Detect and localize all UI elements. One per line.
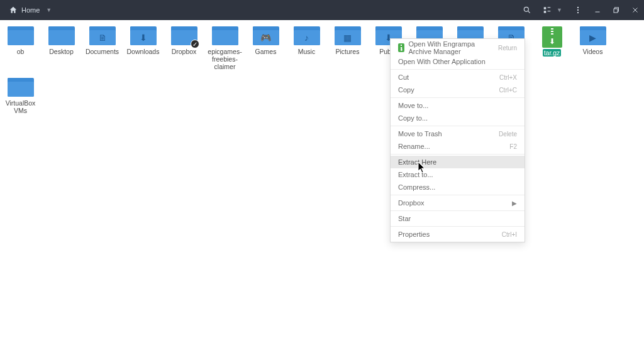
menu-label: Compress... bbox=[398, 183, 435, 191]
svg-rect-3 bbox=[548, 7, 551, 8]
svg-rect-5 bbox=[548, 11, 551, 11]
home-icon bbox=[9, 6, 18, 14]
item-label: Desktop bbox=[49, 48, 74, 55]
item-label: ob bbox=[17, 48, 25, 55]
minimize-icon[interactable] bbox=[594, 6, 601, 14]
file-item[interactable]: tar.gz bbox=[531, 26, 572, 70]
menu-shortcut: Return bbox=[498, 45, 517, 52]
folder-icon: ▶ bbox=[580, 26, 606, 46]
menu-extract-here[interactable]: Extract Here bbox=[391, 156, 525, 168]
svg-rect-2 bbox=[544, 7, 547, 9]
menu-label: Dropbox bbox=[398, 199, 425, 207]
folder-item[interactable]: ♪Music bbox=[286, 26, 327, 70]
menu-separator bbox=[391, 226, 525, 227]
menu-copy[interactable]: Copy Ctrl+C bbox=[391, 84, 525, 96]
menu-move-to[interactable]: Move to... bbox=[391, 99, 525, 112]
folder-icon: 🎮 bbox=[253, 26, 279, 46]
folder-icon: 🗎 bbox=[89, 26, 116, 46]
menu-label: Open With Engrampa Archive Manager bbox=[408, 40, 498, 55]
menu-shortcut: Delete bbox=[499, 131, 517, 138]
menu-label: Rename... bbox=[398, 143, 430, 150]
folder-icon: ✓ bbox=[171, 26, 197, 46]
location-label: Home bbox=[21, 6, 40, 14]
menu-separator bbox=[391, 210, 525, 211]
menu-star[interactable]: Star bbox=[391, 212, 525, 225]
folder-item[interactable]: ob bbox=[0, 26, 41, 70]
maximize-icon[interactable] bbox=[613, 6, 620, 14]
item-label: epicgames-freebies-claimer bbox=[205, 48, 245, 70]
svg-line-1 bbox=[528, 11, 530, 13]
menu-dropbox[interactable]: Dropbox ▶ bbox=[391, 197, 525, 209]
menu-label: Copy to... bbox=[398, 114, 428, 122]
item-label: tar.gz bbox=[543, 49, 562, 57]
menu-cut[interactable]: Cut Ctrl+X bbox=[391, 71, 525, 84]
folder-item[interactable]: ▶Videos bbox=[572, 26, 613, 70]
menu-copy-to[interactable]: Copy to... bbox=[391, 112, 525, 124]
menu-open-with-primary[interactable]: Open With Engrampa Archive Manager Retur… bbox=[391, 40, 525, 55]
menu-label: Cut bbox=[398, 73, 409, 81]
item-label: VirtualBox VMs bbox=[1, 99, 41, 114]
menu-label: Properties bbox=[398, 231, 430, 238]
folder-item[interactable]: epicgames-freebies-claimer bbox=[204, 26, 245, 70]
item-label: Pictures bbox=[336, 48, 360, 55]
menu-compress[interactable]: Compress... bbox=[391, 181, 525, 193]
menu-shortcut: Ctrl+C bbox=[499, 87, 517, 94]
folder-icon: ⬇ bbox=[130, 26, 157, 46]
menu-separator bbox=[391, 69, 525, 70]
menu-label: Move to Trash bbox=[398, 130, 442, 138]
menu-extract-to[interactable]: Extract to... bbox=[391, 168, 525, 181]
archive-icon bbox=[542, 26, 562, 48]
folder-icon bbox=[212, 26, 238, 46]
item-label: Dropbox bbox=[172, 48, 197, 55]
menu-move-to-trash[interactable]: Move to Trash Delete bbox=[391, 127, 525, 140]
menu-properties[interactable]: Properties Ctrl+I bbox=[391, 228, 525, 241]
view-mode-icon[interactable] bbox=[543, 6, 552, 14]
svg-point-8 bbox=[577, 12, 579, 13]
menu-label: Star bbox=[398, 215, 411, 222]
folder-item[interactable]: ✓Dropbox bbox=[164, 26, 204, 70]
svg-point-7 bbox=[577, 9, 579, 11]
folder-icon: ♪ bbox=[294, 26, 320, 46]
close-icon[interactable] bbox=[631, 6, 639, 14]
item-label: Downloads bbox=[127, 48, 160, 55]
menu-separator bbox=[391, 126, 525, 126]
icon-grid[interactable]: obDesktop🗎Documents⬇Downloads✓Dropboxepi… bbox=[0, 20, 633, 122]
search-icon[interactable] bbox=[523, 6, 531, 14]
menu-open-with-other[interactable]: Open With Other Application bbox=[391, 55, 525, 68]
folder-icon bbox=[8, 26, 34, 46]
menu-separator bbox=[391, 154, 525, 155]
menu-label: Open With Other Application bbox=[398, 58, 486, 65]
folder-item[interactable]: ⬇Downloads bbox=[123, 26, 164, 70]
menu-separator bbox=[391, 97, 525, 98]
archive-icon bbox=[398, 43, 404, 52]
menu-separator bbox=[391, 195, 525, 195]
context-menu: Open With Engrampa Archive Manager Retur… bbox=[390, 38, 525, 242]
menu-shortcut: Ctrl+X bbox=[499, 74, 517, 81]
folder-item[interactable]: Desktop bbox=[41, 26, 82, 70]
folder-item[interactable]: ▦Pictures bbox=[327, 26, 368, 70]
item-label: Videos bbox=[583, 48, 603, 55]
folder-item[interactable]: VirtualBox VMs bbox=[0, 78, 41, 114]
menu-shortcut: F2 bbox=[509, 143, 517, 150]
chevron-down-icon[interactable]: ▼ bbox=[557, 7, 562, 13]
menu-rename[interactable]: Rename... F2 bbox=[391, 140, 525, 153]
item-label: Games bbox=[255, 48, 277, 55]
item-label: Music bbox=[298, 48, 315, 55]
folder-item[interactable]: 🎮Games bbox=[245, 26, 286, 70]
menu-icon[interactable] bbox=[574, 6, 582, 14]
folder-icon bbox=[48, 26, 75, 46]
svg-point-0 bbox=[524, 7, 528, 11]
sync-badge-icon: ✓ bbox=[191, 40, 199, 48]
menu-shortcut: Ctrl+I bbox=[502, 231, 517, 238]
menu-label: Extract to... bbox=[398, 171, 433, 178]
svg-rect-11 bbox=[614, 9, 618, 13]
svg-point-6 bbox=[577, 7, 579, 8]
folder-icon: ▦ bbox=[335, 26, 361, 46]
svg-rect-4 bbox=[544, 11, 547, 13]
chevron-right-icon: ▶ bbox=[512, 200, 517, 207]
path-button[interactable]: Home ▼ bbox=[5, 3, 55, 17]
folder-icon bbox=[8, 78, 34, 98]
menu-label: Move to... bbox=[398, 102, 428, 109]
menu-label: Extract Here bbox=[398, 158, 436, 166]
folder-item[interactable]: 🗎Documents bbox=[82, 26, 123, 70]
